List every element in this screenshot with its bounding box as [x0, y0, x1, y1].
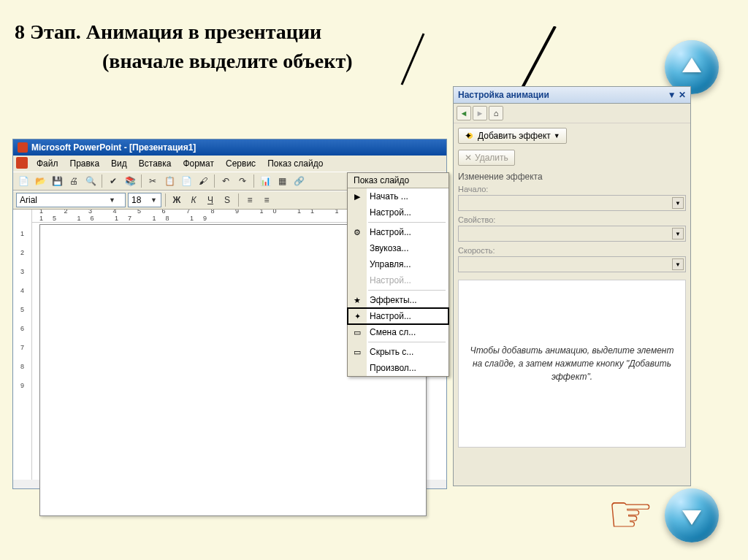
slide-icon: ▭ — [351, 326, 363, 338]
home-icon[interactable]: ⌂ — [489, 106, 503, 120]
cut-icon[interactable]: ✂ — [145, 174, 160, 188]
menu-item-setup[interactable]: Настрой... — [348, 204, 449, 220]
menu-separator — [368, 342, 446, 342]
pane-menu-icon[interactable]: ▼ ✕ — [668, 90, 686, 100]
save-icon[interactable]: 💾 — [50, 174, 64, 188]
svg-line-0 — [402, 34, 424, 85]
label-property: Свойство: — [458, 215, 686, 224]
new-icon[interactable]: 📄 — [16, 174, 31, 188]
menu-item-hide[interactable]: ▭Скрыть с... — [348, 344, 449, 360]
slide-subtitle: (вначале выделите объект) — [102, 50, 353, 73]
chevron-down-icon: ▼ — [109, 196, 115, 204]
menu-tools[interactable]: Сервис — [221, 157, 260, 170]
field-property: Свойство: ▼ — [458, 215, 686, 242]
menu-item-custom[interactable]: Произвол... — [348, 360, 449, 376]
window-title: Microsoft PowerPoint - [Презентация1] — [31, 142, 196, 153]
back-icon[interactable]: ◄ — [457, 106, 471, 120]
app-icon — [18, 142, 28, 153]
menu-item-rehearse[interactable]: ⚙Настрой... — [348, 224, 449, 240]
align-left-icon[interactable]: ≡ — [243, 193, 257, 207]
doc-icon — [16, 157, 28, 169]
hand-pointer-icon: ☞ — [607, 483, 654, 545]
chevron-down-icon: ▼ — [150, 196, 157, 204]
hide-icon: ▭ — [351, 346, 363, 358]
menu-separator — [368, 290, 446, 291]
animation-pane: Настройка анимации ▼ ✕ ◄ ► ⌂ ✦ Добавить … — [453, 86, 691, 486]
window-titlebar[interactable]: Microsoft PowerPoint - [Презентация1] — [13, 139, 446, 156]
menu-edit[interactable]: Правка — [66, 157, 104, 170]
menu-item-record[interactable]: Звукоза... — [348, 240, 449, 256]
label-speed: Скорость: — [458, 246, 686, 255]
format-painter-icon[interactable]: 🖌 — [196, 174, 210, 188]
menu-file[interactable]: Файл — [32, 157, 63, 170]
slide-title: 8 Этап. Анимация в презентации — [15, 20, 321, 44]
italic-button[interactable]: К — [186, 193, 201, 207]
menu-format[interactable]: Формат — [178, 157, 218, 170]
combo-speed[interactable]: ▼ — [458, 256, 686, 272]
underline-button[interactable]: Ч — [203, 193, 218, 207]
chart-icon[interactable]: 📊 — [258, 174, 272, 188]
menu-item-action[interactable]: Управля... — [348, 256, 449, 272]
dropdown-header: Показ слайдо — [348, 173, 449, 188]
open-icon[interactable]: 📂 — [33, 174, 47, 188]
undo-icon[interactable]: ↶ — [218, 174, 233, 188]
bold-button[interactable]: Ж — [169, 193, 184, 207]
menu-slideshow[interactable]: Показ слайдо — [263, 157, 327, 170]
chevron-down-icon[interactable]: ▼ — [672, 197, 684, 209]
combo-start[interactable]: ▼ — [458, 195, 686, 211]
hint-text: Чтобы добавить анимацию, выделите элемен… — [458, 280, 686, 448]
sparkle-icon: ✦ — [351, 310, 363, 322]
menu-item-effects[interactable]: ★Эффекты... — [348, 292, 449, 308]
separator — [102, 174, 102, 188]
font-name-input[interactable] — [20, 195, 107, 205]
font-name-combo[interactable]: ▼ — [16, 193, 126, 207]
separator — [165, 193, 166, 207]
field-speed: Скорость: ▼ — [458, 246, 686, 272]
hyperlink-icon[interactable]: 🔗 — [291, 174, 306, 188]
nav-down-button[interactable] — [665, 488, 719, 542]
star-icon: ✦ — [465, 131, 475, 141]
font-size-input[interactable] — [131, 195, 149, 205]
pane-body: ✦ Добавить эффект ▼ ✕ Удалить Изменение … — [454, 123, 690, 452]
separator — [141, 174, 142, 188]
section-label: Изменение эффекта — [458, 172, 686, 182]
add-effect-button[interactable]: ✦ Добавить эффект ▼ — [458, 128, 567, 144]
menu-item-start[interactable]: ▶Начать ... — [348, 188, 449, 204]
table-icon[interactable]: ▦ — [275, 174, 289, 188]
menu-item-transition[interactable]: ▭Смена сл... — [348, 324, 449, 340]
menu-view[interactable]: Вид — [107, 157, 131, 170]
menubar: Файл Правка Вид Вставка Формат Сервис По… — [13, 156, 446, 172]
play-icon: ▶ — [351, 191, 363, 202]
spell-icon[interactable]: ✔ — [106, 174, 121, 188]
menu-insert[interactable]: Вставка — [134, 157, 176, 170]
menu-item-disabled: Настрой... — [348, 272, 449, 288]
menu-item-custom-animation[interactable]: ✦Настрой... — [348, 308, 449, 324]
pane-title: Настройка анимации — [458, 90, 549, 100]
delete-button: ✕ Удалить — [458, 150, 515, 166]
paste-icon[interactable]: 📄 — [179, 174, 194, 188]
gear-icon: ⚙ — [351, 226, 363, 238]
delete-icon: ✕ — [465, 153, 472, 163]
menu-separator — [368, 222, 446, 223]
chevron-down-icon[interactable]: ▼ — [672, 258, 684, 270]
slideshow-dropdown: Показ слайдо ▶Начать ... Настрой... ⚙Нас… — [347, 172, 449, 377]
preview-icon[interactable]: 🔍 — [83, 174, 98, 188]
research-icon[interactable]: 📚 — [123, 174, 137, 188]
chevron-down-icon[interactable]: ▼ — [672, 228, 684, 239]
label-start: Начало: — [458, 185, 686, 193]
chevron-down-icon: ▼ — [554, 132, 560, 139]
ruler-vertical[interactable]: 1 2 3 4 5 6 7 8 9 — [13, 210, 32, 480]
svg-marker-3 — [682, 58, 701, 72]
separator — [214, 174, 215, 188]
align-center-icon[interactable]: ≡ — [259, 193, 274, 207]
copy-icon[interactable]: 📋 — [162, 174, 177, 188]
shadow-button[interactable]: S — [220, 193, 234, 207]
svg-marker-4 — [682, 510, 701, 525]
print-icon[interactable]: 🖨 — [66, 174, 81, 188]
forward-icon[interactable]: ► — [473, 106, 487, 120]
redo-icon[interactable]: ↷ — [235, 174, 250, 188]
pane-header[interactable]: Настройка анимации ▼ ✕ — [454, 87, 690, 104]
pane-nav: ◄ ► ⌂ — [454, 104, 690, 123]
font-size-combo[interactable]: ▼ — [128, 193, 161, 207]
combo-property[interactable]: ▼ — [458, 226, 686, 242]
